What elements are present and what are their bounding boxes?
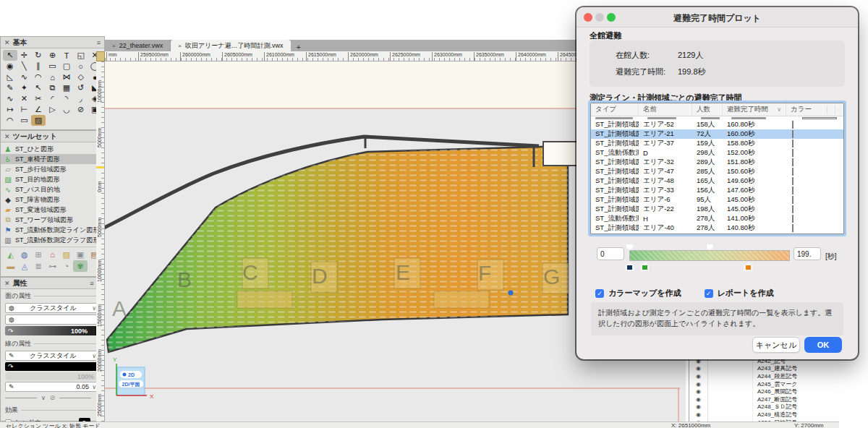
table-row-エリア-22[interactable]: ST_計測領域図形エリア-22198人145.00秒 [591,205,843,214]
line-class-style-select[interactable]: ✎ クラススタイル ∨ [5,351,100,361]
toolset-item-3[interactable]: ▨ST_目的地図形 [1,174,104,184]
basic-tool-36[interactable]: ⊢ [17,104,32,115]
range-min-input[interactable]: 0 [597,247,624,260]
toolset-palette-header[interactable]: ✕ ツールセット ≡ [1,131,104,142]
basic-tool-4[interactable]: T [59,50,74,61]
gradient-bar[interactable] [629,250,790,261]
close-tab-icon[interactable]: × [112,43,116,49]
basic-tool-39[interactable]: ◡ [59,104,74,115]
table-row-エリア-33[interactable]: ST_計測領域図形エリア-33156人147.60秒 [591,186,843,195]
table-row-D[interactable]: ST_流動係数測…D298人152.00秒 [591,148,843,158]
checkbox-0[interactable]: ✓ [595,289,604,298]
basic-tool-12[interactable]: ○ [74,61,88,72]
line-weight-select[interactable]: ✎ 0.05 ∨ [5,382,100,392]
line-style-select[interactable]: ∨ ⊘ ∨ [5,393,100,402]
basic-tool-42[interactable]: ◠ [3,115,17,126]
visibility-eye-icon[interactable]: ◉ [689,395,708,403]
table-row-エリア-48[interactable]: ST_計測領域図形エリア-48165人149.60秒 [591,176,843,186]
basic-tool-15[interactable]: ∿ [17,72,32,82]
menu-icon[interactable]: ≡ [97,39,101,46]
basic-tool-30[interactable]: ✂ [31,93,46,104]
toolset-item-4[interactable]: ∿ST_パス目的地 [1,184,104,194]
toolset-strip-icon-11[interactable]: ◔ [59,260,73,272]
layer-row-3[interactable]: ◉A245_雲マーク [689,380,857,388]
table-row-エリア-47[interactable]: ST_計測領域図形エリア-47285人150.60秒 [591,167,843,176]
column-header-1[interactable]: 名前 [639,103,692,116]
fill-class-style-select[interactable]: ◍ クラススタイル ∨ [5,303,100,313]
table-row-エリア-6[interactable]: ST_計測領域図形エリア-695人145.00秒 [591,195,843,205]
basic-tool-1[interactable]: ✛ [17,50,32,61]
basic-tool-14[interactable]: ◺ [3,72,17,82]
table-row-エリア-40[interactable]: ST_計測領域図形エリア-40278人140.80秒 [591,223,843,233]
basic-tool-10[interactable]: ▭ [46,61,60,72]
toolset-item-0[interactable]: ♟ST_ひと図形 [1,144,104,154]
toolset-item-7[interactable]: ⧉ST_ワープ領域図形 [1,215,104,225]
toolset-strip-icon-12[interactable]: ✾ [73,260,87,272]
new-tab-button[interactable]: + [291,43,307,51]
basic-tool-40[interactable]: ⊘ [74,104,88,115]
range-bottom-handle-0[interactable] [625,262,634,271]
table-row-エリア-32[interactable]: ST_計測領域図形エリア-32289人151.80秒 [591,158,843,167]
column-header-0[interactable]: タイプ [591,103,639,116]
layer-row-1[interactable]: ◉A243_建具記号 [689,365,857,373]
basic-tool-9[interactable]: ∥ [31,61,46,72]
visibility-eye-icon[interactable]: ◉ [689,403,708,411]
cancel-button[interactable]: キャンセル [752,337,800,353]
table-header[interactable]: タイプ名前人数避難完了時間∨カラー [591,103,843,116]
toolset-strip-icon-0[interactable]: ◭ [4,249,17,260]
basic-tool-3[interactable]: ⊕ [46,50,60,61]
basic-tool-19[interactable]: ◇ [74,72,88,82]
basic-tool-23[interactable]: ↖ [31,82,46,93]
range-top-handle-1[interactable] [707,244,713,250]
basic-tool-38[interactable]: ▷ [46,104,60,115]
basic-tool-18[interactable]: ⋈ [59,72,74,82]
toolset-strip-icon-10[interactable]: ⊶ [46,260,59,272]
visibility-eye-icon[interactable]: ◉ [689,411,708,419]
ok-button[interactable]: OK [804,337,842,353]
basic-tool-44[interactable]: ▨ [31,115,46,126]
table-row-H[interactable]: ST_流動係数測…H278人141.00秒 [591,214,843,223]
toolset-strip-icon-8[interactable]: ◬ [17,260,31,272]
basic-tool-26[interactable]: ↺ [74,82,88,93]
toolset-item-6[interactable]: ▰ST_変速領域図形 [1,205,104,215]
basic-tool-7[interactable]: ◉ [3,61,17,72]
range-max-input[interactable]: 199. [793,247,821,260]
close-icon[interactable]: ✕ [4,133,10,140]
basic-tool-32[interactable]: ◝ [59,93,74,104]
toolset-strip-icon-3[interactable]: ⌂ [46,249,59,260]
layer-row-6[interactable]: ◉A248_ＳＤ記号 [689,403,857,411]
basic-tool-11[interactable]: ▢ [59,61,74,72]
basic-tool-29[interactable]: ✕ [17,93,32,104]
layer-row-5[interactable]: ◉A247_断面記号 [689,395,857,403]
toolset-item-9[interactable]: ▥ST_流動係数測定グラフ図形 [1,235,104,245]
close-icon[interactable]: ✕ [4,39,10,46]
basic-tool-17[interactable]: ⌂ [46,72,60,82]
toolset-item-8[interactable]: ⚑ST_流動係数測定ライン図形 [1,225,104,235]
range-bottom-handle-1[interactable] [640,262,650,271]
range-top-handle-0[interactable] [626,244,633,250]
visibility-eye-icon[interactable]: ◉ [689,372,708,380]
toolset-strip-icon-9[interactable]: ≣ [32,260,46,272]
toolset-strip-icon-2[interactable]: ⊞ [32,249,46,260]
layer-row-4[interactable]: ◉A246_展開記号 [689,388,857,395]
document-tab-1[interactable]: ×吹田アリーナ避…了時間計測.vwx [171,40,290,51]
visibility-eye-icon[interactable]: ◉ [689,365,708,373]
column-header-3[interactable]: 避難完了時間∨ [723,103,786,116]
basic-tool-31[interactable]: ◜ [46,93,60,104]
basic-tool-21[interactable]: ✎ [3,82,17,93]
toolset-strip-icon-4[interactable]: ▨ [59,249,73,260]
basic-tool-22[interactable]: ✦ [17,82,32,93]
toolset-item-5[interactable]: ◆ST_障害物図形 [1,194,104,205]
sort-chevron-icon[interactable]: ∨ [777,106,781,113]
close-icon[interactable]: ✕ [4,280,10,287]
column-header-2[interactable]: 人数 [692,103,723,116]
ruler-corner[interactable] [96,51,105,61]
basic-tool-25[interactable]: ▦ [59,82,74,93]
dialog-title-bar[interactable]: 避難完了時間プロット [576,7,858,27]
line-opacity-slider[interactable]: 100% [5,372,100,380]
range-bottom-handle-2[interactable] [744,262,753,271]
visibility-eye-icon[interactable]: ◉ [689,380,708,388]
fill-color-select[interactable]: ◍ [5,314,100,325]
layer-row-2[interactable]: ◉A244_段差記号 [689,372,857,380]
table-row-エリア-52[interactable]: ST_計測領域図形エリア-52158人160.80秒 [591,120,843,129]
